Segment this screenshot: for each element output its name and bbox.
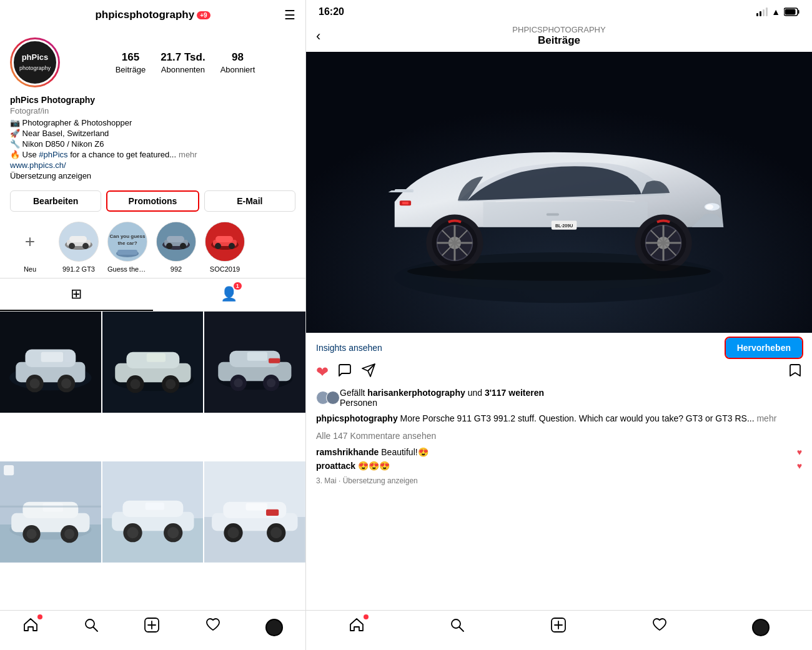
- story-item-1[interactable]: 991.2 GT3: [59, 222, 99, 273]
- status-icons: ▲: [756, 7, 800, 17]
- svg-point-40: [166, 379, 176, 389]
- svg-text:Can you guess: Can you guess: [110, 234, 146, 239]
- comment-heart-2[interactable]: ♥: [797, 461, 802, 471]
- grid-image-2: [102, 312, 204, 413]
- bio-translate[interactable]: Übersetzung anzeigen: [10, 171, 295, 180]
- nav-home[interactable]: [22, 617, 39, 638]
- nav-profile[interactable]: [265, 619, 283, 636]
- story-item-2[interactable]: Can you guess the car? Guess the c...: [107, 222, 147, 273]
- grid-image-5: [102, 461, 204, 563]
- edit-button[interactable]: Bearbeiten: [10, 190, 101, 212]
- view-all-comments[interactable]: Alle 147 Kommentare ansehen: [316, 431, 436, 441]
- share-icon: [361, 363, 376, 378]
- grid-cell-3[interactable]: [204, 312, 305, 413]
- comment-heart-1[interactable]: ♥: [797, 447, 802, 457]
- svg-rect-98: [402, 202, 408, 204]
- svg-text:the car?: the car?: [117, 240, 137, 246]
- svg-point-78: [228, 527, 239, 538]
- comment-text-2: proattack 😍😍😍: [316, 461, 390, 471]
- comment-button[interactable]: [337, 363, 352, 382]
- tab-grid[interactable]: ⊞: [0, 278, 153, 311]
- story-item-4[interactable]: SOC2019: [205, 222, 245, 273]
- nav-search[interactable]: [83, 617, 99, 638]
- svg-point-60: [64, 529, 74, 539]
- timestamp: 3. Mai · Übersetzung anzeigen: [306, 474, 812, 488]
- photo-grid: [0, 312, 305, 610]
- svg-rect-50: [247, 352, 267, 361]
- grid-cell-4[interactable]: [0, 461, 101, 563]
- left-panel: phpicsphotography +9 ☰ phPicsphotography…: [0, 0, 306, 650]
- grid-cell-1[interactable]: [0, 312, 101, 413]
- nav-heart[interactable]: [205, 617, 221, 638]
- caption-text: phpicsphotography More Porsche 911 GT3 9…: [316, 413, 802, 425]
- story-car-1-icon: [59, 222, 98, 261]
- bio-line-3: 🔧 Nikon D850 / Nikon Z6: [10, 139, 295, 149]
- bio-line-4: 🔥 Use #phPics for a chance to get featur…: [10, 150, 295, 159]
- insights-link[interactable]: Insights ansehen: [316, 343, 382, 353]
- heart-icon: [205, 617, 221, 633]
- story-car-2-icon: Can you guess the car?: [108, 222, 147, 261]
- post-image: BL·209U: [306, 52, 812, 333]
- story-item-3[interactable]: 992: [156, 222, 196, 273]
- bio-website[interactable]: www.phpics.ch/: [10, 160, 295, 170]
- tabs-row: ⊞ 👤 1: [0, 278, 305, 312]
- right-nav-home[interactable]: [349, 617, 365, 638]
- svg-rect-61: [43, 503, 63, 512]
- svg-rect-81: [246, 503, 267, 511]
- mehr-link[interactable]: mehr: [756, 413, 776, 423]
- tab-tagged[interactable]: 👤 1: [153, 278, 306, 311]
- bio-more-link[interactable]: mehr: [179, 150, 197, 159]
- story-item-new[interactable]: + Neu: [10, 222, 50, 273]
- grid-cell-6[interactable]: [204, 461, 305, 563]
- bio-category: Fotograf/in: [10, 106, 295, 116]
- likes-user[interactable]: harisankerphotography: [367, 388, 465, 398]
- bio-section: phPics Photography Fotograf/in 📷 Photogr…: [0, 92, 305, 185]
- svg-rect-3: [69, 236, 87, 242]
- right-nav-profile[interactable]: [752, 619, 770, 636]
- email-button[interactable]: E-Mail: [204, 190, 295, 212]
- followers-stat: 21.7 Tsd. Abonnenten: [161, 51, 205, 74]
- svg-point-80: [270, 527, 282, 538]
- svg-line-84: [94, 628, 98, 632]
- bookmark-icon: [788, 363, 802, 378]
- right-panel: 16:20 ▲ ‹ PHPICSPHOTOGRAPHY Beiträge: [306, 0, 812, 650]
- right-bottom-nav: [306, 610, 812, 650]
- svg-point-30: [61, 378, 71, 388]
- story-car-4-icon: [205, 222, 244, 261]
- right-nav-add[interactable]: [550, 617, 567, 638]
- svg-point-15: [166, 243, 172, 249]
- nav-add[interactable]: [144, 617, 160, 638]
- action-buttons: Bearbeiten Promotions E-Mail: [0, 185, 305, 217]
- likes-text: Gefällt harisankerphotography und 3'117 …: [340, 388, 544, 408]
- bookmark-button[interactable]: [788, 363, 802, 382]
- grid-image-6: [204, 461, 305, 563]
- svg-line-122: [460, 628, 464, 632]
- back-button[interactable]: ‹: [316, 28, 320, 44]
- tag-badge: 1: [234, 282, 242, 290]
- svg-point-58: [26, 529, 36, 539]
- svg-point-16: [180, 243, 186, 249]
- highlight-button[interactable]: Hervorheben: [726, 338, 802, 358]
- svg-point-38: [130, 379, 140, 389]
- svg-rect-90: [798, 10, 800, 14]
- comments-list: ramshrikhande Beautiful!😍 ♥ proattack 😍😍…: [306, 444, 812, 474]
- search-icon: [83, 617, 99, 633]
- svg-rect-32: [64, 352, 74, 362]
- svg-point-47: [234, 378, 243, 387]
- right-nav-heart[interactable]: [651, 617, 668, 638]
- bio-line-2: 🚀 Near Basel, Switzerland: [10, 129, 295, 138]
- svg-point-22: [229, 243, 235, 249]
- promotions-button[interactable]: Promotions: [106, 190, 199, 212]
- svg-rect-72: [145, 503, 164, 510]
- share-button[interactable]: [361, 363, 376, 382]
- grid-cell-2[interactable]: [102, 312, 204, 413]
- comment-icon: [337, 363, 352, 378]
- like-button[interactable]: ❤: [316, 363, 329, 381]
- right-nav-search[interactable]: [449, 617, 465, 638]
- svg-rect-10: [117, 250, 137, 255]
- right-heart-icon: [651, 617, 668, 633]
- grid-cell-5[interactable]: [102, 461, 204, 563]
- grid-icon: ⊞: [71, 286, 82, 302]
- home-icon: [22, 617, 39, 633]
- menu-icon[interactable]: ☰: [284, 7, 295, 22]
